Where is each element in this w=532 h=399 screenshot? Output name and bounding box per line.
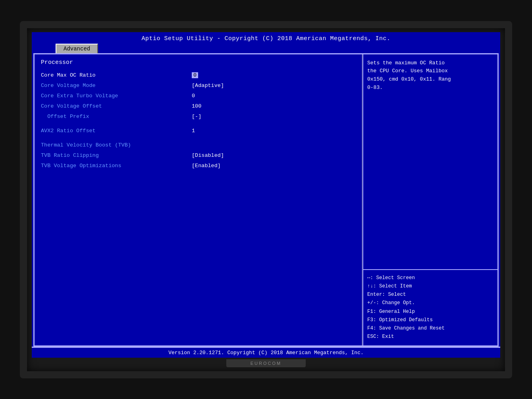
- value-tvb-voltage: [Enabled]: [192, 163, 221, 169]
- value-extra-turbo: 0: [192, 93, 195, 99]
- help-text: Sets the maximum OC Ratio the CPU Core. …: [363, 54, 497, 270]
- shortcut-panel: ↔: Select Screen ↑↓: Select Item Enter: …: [363, 270, 497, 345]
- value-voltage-mode: [Adaptive]: [192, 83, 224, 89]
- shortcut-f3: F3: Optimized Defaults: [367, 316, 493, 324]
- brand-label: EUROCOM: [251, 361, 281, 366]
- value-avx2: 1: [192, 128, 195, 134]
- setting-row-offset-prefix[interactable]: Offset Prefix [-]: [41, 114, 355, 122]
- shortcut-select-screen: ↔: Select Screen: [367, 274, 493, 282]
- shortcut-select-item: ↑↓: Select Item: [367, 282, 493, 291]
- shortcut-change: +/-: Change Opt.: [367, 299, 493, 307]
- label-extra-turbo: Core Extra Turbo Voltage: [41, 93, 192, 99]
- label-core-max-oc: Core Max OC Ratio: [41, 72, 192, 78]
- setting-row-tvb-header: Thermal Velocity Boost (TVB): [41, 142, 355, 151]
- value-voltage-offset: 100: [192, 103, 201, 109]
- shortcut-enter: Enter: Select: [367, 291, 493, 299]
- help-line2: the CPU Core. Uses Mailbox: [367, 68, 448, 74]
- footer-text: Version 2.20.1271. Copyright (C) 2018 Am…: [168, 350, 363, 356]
- label-voltage-offset: Core Voltage Offset: [41, 103, 192, 109]
- help-line1: Sets the maximum OC Ratio: [367, 60, 445, 66]
- label-offset-prefix: Offset Prefix: [41, 114, 192, 120]
- title-bar: Aptio Setup Utility - Copyright (C) 2018…: [32, 32, 500, 53]
- setting-row-core-max-oc[interactable]: Core Max OC Ratio 0: [41, 72, 355, 81]
- shortcut-esc: ESC: Exit: [367, 333, 493, 341]
- label-avx2: AVX2 Ratio Offset: [41, 128, 192, 134]
- setting-row-voltage-mode[interactable]: Core Voltage Mode [Adaptive]: [41, 83, 355, 91]
- shortcut-f1: F1: General Help: [367, 308, 493, 316]
- help-line4: 0-83.: [367, 85, 383, 91]
- title-text: Aptio Setup Utility - Copyright (C) 2018…: [32, 35, 500, 42]
- label-tvb-header: Thermal Velocity Boost (TVB): [41, 142, 192, 148]
- value-offset-prefix: [-]: [192, 114, 201, 120]
- value-core-max-oc: 0: [192, 72, 198, 78]
- value-tvb-clipping: [Disabled]: [192, 152, 224, 158]
- settings-table: Core Max OC Ratio 0 Core Voltage Mode [A…: [41, 72, 355, 172]
- help-line3: 0x150, cmd 0x10, 0x11. Rang: [367, 76, 451, 82]
- setting-row-tvb-voltage[interactable]: TVB Voltage Optimizations [Enabled]: [41, 163, 355, 172]
- setting-row-extra-turbo[interactable]: Core Extra Turbo Voltage 0: [41, 93, 355, 102]
- setting-row-tvb-clipping[interactable]: TVB Ratio Clipping [Disabled]: [41, 152, 355, 161]
- label-tvb-voltage: TVB Voltage Optimizations: [41, 163, 192, 169]
- advanced-tab[interactable]: Advanced: [56, 44, 98, 53]
- section-title: Processor: [41, 59, 355, 66]
- setting-row-voltage-offset[interactable]: Core Voltage Offset 100: [41, 103, 355, 112]
- monitor-base: EUROCOM: [226, 359, 306, 367]
- shortcut-f4: F4: Save Changes and Reset: [367, 324, 493, 333]
- bios-screen: Aptio Setup Utility - Copyright (C) 2018…: [32, 32, 500, 358]
- monitor: Aptio Setup Utility - Copyright (C) 2018…: [20, 21, 512, 378]
- label-tvb-clipping: TVB Ratio Clipping: [41, 152, 192, 158]
- label-voltage-mode: Core Voltage Mode: [41, 83, 192, 89]
- left-panel: Processor Core Max OC Ratio 0 Core Volta…: [35, 54, 362, 345]
- setting-row-avx2[interactable]: AVX2 Ratio Offset 1: [41, 128, 355, 137]
- status-bar: Version 2.20.1271. Copyright (C) 2018 Am…: [32, 347, 500, 358]
- right-panel: Sets the maximum OC Ratio the CPU Core. …: [362, 54, 497, 345]
- main-content: Processor Core Max OC Ratio 0 Core Volta…: [33, 53, 499, 347]
